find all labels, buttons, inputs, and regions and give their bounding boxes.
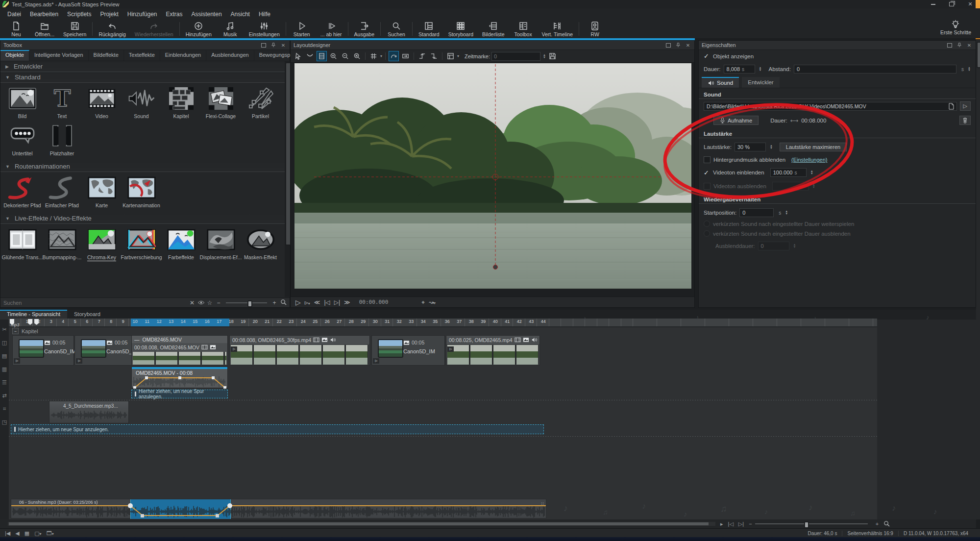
- timeline-zoom-out-icon[interactable]: −: [749, 521, 752, 527]
- wave-display-icon[interactable]: ◫: [2, 340, 7, 346]
- save-button[interactable]: Speichern: [59, 20, 91, 38]
- close-panel-icon[interactable]: ✕: [280, 42, 287, 48]
- transition-icon[interactable]: ⊳: [447, 346, 454, 352]
- toolbox-item-untertitel[interactable]: Untertitel: [2, 123, 42, 156]
- section-entwickler[interactable]: ▶Entwickler: [0, 61, 290, 72]
- align-objects-icon[interactable]: ⇄: [2, 393, 6, 399]
- path-display-icon[interactable]: ↝▾: [429, 299, 436, 306]
- radio-continue[interactable]: [704, 221, 710, 227]
- fx-bumpmapping[interactable]: Bumpmapping-...: [42, 227, 82, 261]
- video-sound-clip[interactable]: OMD82465.MOV - 00:08: [131, 367, 228, 388]
- tab-entwickler[interactable]: Entwickler: [742, 77, 779, 88]
- pin-panel-icon[interactable]: [956, 42, 963, 48]
- toolbox-item-platzhalter[interactable]: Platzhalter: [42, 123, 82, 156]
- volume-input[interactable]: 30 %: [735, 143, 766, 151]
- grid-settings-icon[interactable]: [368, 51, 379, 61]
- toolbox-item-flexi-collage[interactable]: Flexi-Collage: [201, 86, 241, 119]
- toolbox-scrollbar[interactable]: [285, 61, 289, 297]
- minimize-button[interactable]: [930, 1, 936, 7]
- zoom-in-tool-icon[interactable]: [328, 51, 339, 61]
- zeitmarke-input[interactable]: 0: [491, 52, 540, 61]
- skip-to-end-icon[interactable]: ▷|: [738, 521, 744, 527]
- preview-sound-button[interactable]: ▷: [960, 101, 971, 111]
- transition-icon[interactable]: ⊳: [373, 358, 379, 364]
- collapse-chapter-icon[interactable]: —: [134, 337, 140, 343]
- preview-loupe-icon[interactable]: [279, 299, 288, 307]
- pin-panel-icon[interactable]: [270, 42, 277, 48]
- panel-view-icon[interactable]: [317, 51, 327, 61]
- window-mode-icon[interactable]: 🗖▾: [47, 530, 54, 536]
- maximize-panel-icon[interactable]: [260, 42, 267, 48]
- collapse-track-icon[interactable]: −: [12, 328, 19, 334]
- image-clip-1[interactable]: 00:05 Canon5D_IM ⊳: [12, 335, 74, 366]
- image-clip-2[interactable]: 00:05 Canon5D_IM ⊳: [74, 335, 136, 366]
- toolbox-tab[interactable]: Bildeffekte: [89, 50, 124, 61]
- startpos-spinner[interactable]: ▲▼: [785, 210, 788, 215]
- fade-in-input[interactable]: 100.000s: [770, 168, 807, 177]
- section-live-effekte[interactable]: ▼Live-Effekte / Video-Effekte: [0, 213, 290, 224]
- menu-item[interactable]: Datei: [3, 9, 25, 19]
- section-routenanimationen[interactable]: ▼Routenanimationen: [0, 161, 290, 172]
- skip-end-icon[interactable]: ▷|: [334, 299, 340, 306]
- toolbox-tab[interactable]: Objekte: [0, 50, 29, 61]
- favorites-star-icon[interactable]: ☆: [205, 299, 214, 306]
- toolbox-item-partikel[interactable]: Partikel: [241, 86, 280, 119]
- radio-fadeout[interactable]: [704, 230, 710, 237]
- show-object-checkbox[interactable]: ✓: [704, 52, 710, 60]
- tab-storyboard[interactable]: Storyboard: [67, 310, 107, 320]
- transition-icon[interactable]: ⊳: [76, 358, 82, 364]
- add-button[interactable]: Hinzufügen: [181, 20, 216, 38]
- getting-started-button[interactable]: Erste Schritte: [940, 20, 971, 35]
- tab-timeline-spuransicht[interactable]: Timeline - Spuransicht: [0, 310, 67, 320]
- toolbox-item-einfacher-pfad[interactable]: Einfacher Pfad: [42, 175, 82, 208]
- pin-panel-icon[interactable]: [675, 42, 682, 48]
- snap-grid-icon[interactable]: ⌗: [3, 406, 6, 412]
- settings-link[interactable]: (Einstellungen): [791, 157, 827, 163]
- insert-caret-icon[interactable]: ▾: [457, 54, 459, 58]
- menu-item[interactable]: Hilfe: [254, 9, 275, 19]
- volume-spinner[interactable]: ▲▼: [770, 145, 773, 149]
- tab-sound[interactable]: Sound: [702, 77, 739, 88]
- music-button[interactable]: Musik: [216, 20, 245, 38]
- new-button[interactable]: Neu: [2, 20, 30, 38]
- abstand-spinner[interactable]: ▲▼: [968, 67, 971, 72]
- zoom-fit-tool-icon[interactable]: [352, 51, 362, 61]
- delete-sound-button[interactable]: [959, 116, 971, 125]
- undo-button[interactable]: Rückgängig: [94, 20, 130, 38]
- timeline-ruler[interactable]: 1234567891011121314151617181920212223242…: [9, 319, 877, 326]
- fade-dur-input[interactable]: 0: [758, 242, 789, 250]
- restore-button[interactable]: [949, 1, 955, 7]
- toolbox-item-video[interactable]: Video: [82, 86, 122, 119]
- toolbox-button[interactable]: Toolbox: [509, 20, 538, 38]
- image-list-button[interactable]: Bilderliste: [478, 20, 509, 38]
- file-page-icon[interactable]: [948, 103, 954, 110]
- toolbox-item-bild[interactable]: Bild: [2, 86, 42, 119]
- layout-standard-button[interactable]: Standard: [414, 20, 444, 38]
- menu-item[interactable]: Scriptlets: [63, 9, 96, 19]
- fade-in-spinner[interactable]: ▲▼: [810, 170, 813, 175]
- insert-object-icon[interactable]: [445, 51, 456, 61]
- bg-duck-checkbox[interactable]: [704, 156, 710, 163]
- video-clip-1[interactable]: 00:08.008, OMD82465_30fps.mp4 ⊳: [229, 335, 370, 366]
- skip-to-start-icon[interactable]: |◁: [728, 521, 734, 527]
- toolbox-item-sound[interactable]: Sound: [122, 86, 161, 119]
- search-input[interactable]: [2, 299, 188, 306]
- track-resize-grip[interactable]: ⁞⁞: [541, 501, 544, 506]
- rw-account-button[interactable]: RW: [581, 20, 609, 38]
- fx-displacement[interactable]: Displacement-Ef...: [201, 227, 241, 261]
- menu-item[interactable]: Bearbeiten: [25, 9, 63, 19]
- zeitmarke-spinner[interactable]: ▲▼: [543, 54, 546, 59]
- toolbox-item-kapitel[interactable]: Kapitel: [161, 86, 201, 119]
- startpos-input[interactable]: 0: [739, 208, 774, 217]
- duplicate-track-icon[interactable]: ☰: [2, 379, 7, 386]
- toolbox-item-kartenanimation[interactable]: Kartenanimation: [122, 175, 161, 208]
- fx-farbverschiebung[interactable]: Farbverschiebung: [122, 227, 161, 261]
- rewind-icon[interactable]: ≪: [314, 299, 320, 306]
- toolbox-item-text[interactable]: T Text: [42, 86, 82, 119]
- toolbox-tab[interactable]: Einblendungen: [160, 50, 206, 61]
- dauer-input[interactable]: 8,008s: [724, 65, 755, 74]
- menu-item[interactable]: Projekt: [96, 9, 122, 19]
- zoom-in-icon[interactable]: +: [270, 299, 279, 306]
- motion-path-tool-icon[interactable]: [389, 51, 399, 61]
- nav-back-icon[interactable]: ◀: [15, 530, 19, 537]
